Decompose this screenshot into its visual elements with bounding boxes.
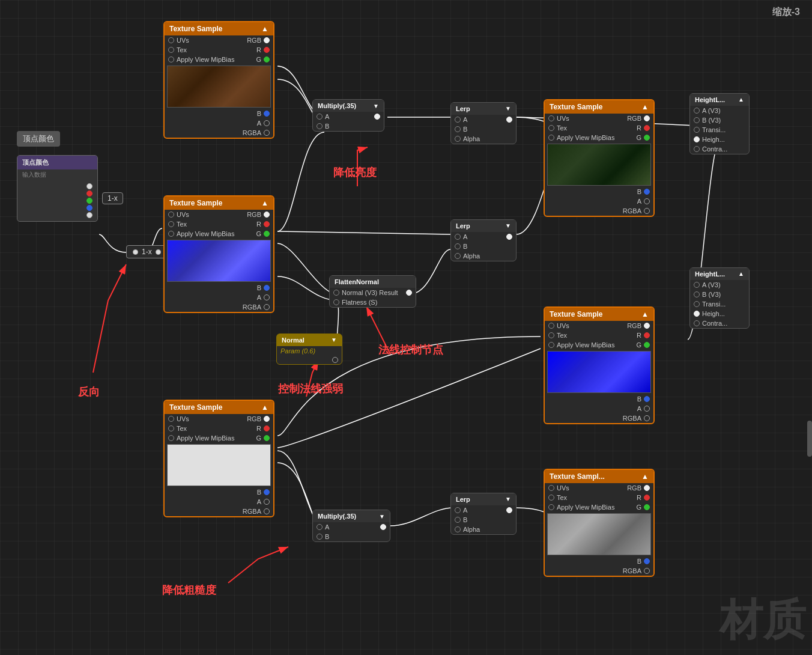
- height-l-mid-header: HeightL... ▲: [690, 268, 749, 280]
- ts-r3-header: Texture Sampl... ▲: [545, 470, 653, 483]
- ts-r3-body: UVs RGB Tex R Apply View MipBias G B RGB…: [545, 483, 653, 576]
- pin-white: [86, 183, 92, 189]
- lerp-mid-body: A B Alpha: [451, 232, 516, 261]
- lerp-bot-node: Lerp ▼ A B Alpha: [450, 493, 517, 535]
- ts-r1-header: Texture Sample ▲: [545, 100, 653, 114]
- pin-in: [133, 249, 138, 255]
- lerp-top-node: Lerp ▼ A B Alpha: [450, 102, 517, 144]
- texture-sample-r3: Texture Sampl... ▲ UVs RGB Tex R Apply V…: [544, 469, 655, 577]
- texture-sample-bot: Texture Sample ▲ UVs RGB Tex R Apply Vie…: [163, 400, 274, 517]
- pin-green: [86, 198, 92, 204]
- annotation-roughness: 降低粗糙度: [162, 583, 216, 597]
- vertex-color-subtext: 输入数据: [17, 169, 97, 180]
- ts-r2-header: Texture Sample ▲: [545, 308, 653, 321]
- vertex-color-node: 顶点颜色 输入数据: [17, 155, 98, 222]
- annotation-reverse: 反向: [78, 385, 100, 399]
- ts-mid-header: Texture Sample ▲: [165, 196, 273, 210]
- ts-top-header: Texture Sample ▲: [165, 22, 273, 35]
- pin-out: [156, 249, 161, 255]
- texture-sample-r2: Texture Sample ▲ UVs RGB Tex R Apply Vie…: [544, 306, 655, 424]
- flatten-body: Normal (V3) Result Flatness (S): [330, 288, 416, 307]
- texture-sample-top: Texture Sample ▲ UVs RGB Tex R Apply Vie…: [163, 21, 274, 139]
- one-x-node-mid: 1-x: [126, 245, 168, 258]
- lerp-top-body: A B Alpha: [451, 115, 516, 144]
- lerp-top-header: Lerp ▼: [451, 103, 516, 115]
- normal-body: Param (0.6): [277, 346, 342, 364]
- ts-bot-header: Texture Sample ▲: [165, 401, 273, 414]
- ts-r2-body: UVs RGB Tex R Apply View MipBias G B A R…: [545, 321, 653, 423]
- ts-top-body: UVs RGB Tex R Apply View MipBias G B A R…: [165, 35, 273, 138]
- pin-alpha: [86, 212, 92, 218]
- annotation-control-normal: 控制法线强弱: [278, 382, 343, 396]
- vertex-color-header: 顶点颜色: [17, 156, 97, 169]
- multiply-bot-body: A B: [313, 522, 390, 541]
- pin-blue: [86, 205, 92, 211]
- multiply-top-header: Multiply(.35) ▼: [313, 100, 384, 112]
- texture-sample-r1: Texture Sample ▲ UVs RGB Tex R Apply Vie…: [544, 99, 655, 217]
- ts-r1-body: UVs RGB Tex R Apply View MipBias G B A R…: [545, 114, 653, 216]
- annotation-normal-node: 法线控制节点: [378, 343, 443, 357]
- height-l-top-header: HeightL... ▲: [690, 94, 749, 106]
- zoom-indicator: 缩放-3: [772, 6, 800, 19]
- normal-node: Normal ▼ Param (0.6): [276, 334, 342, 365]
- height-l-mid-body: A (V3) B (V3) Transi... Heigh... Contra.…: [690, 280, 749, 328]
- multiply-top-body: A B: [313, 112, 384, 131]
- lerp-bot-header: Lerp ▼: [451, 493, 516, 505]
- height-l-top-body: A (V3) B (V3) Transi... Heigh... Contra.…: [690, 106, 749, 154]
- ts-bot-body: UVs RGB Tex R Apply View MipBias G B A R…: [165, 414, 273, 516]
- height-l-top-node: HeightL... ▲ A (V3) B (V3) Transi... Hei…: [689, 93, 750, 154]
- pin-red: [86, 190, 92, 196]
- annotation-brightness: 降低亮度: [333, 165, 377, 180]
- lerp-bot-body: A B Alpha: [451, 505, 516, 534]
- normal-header: Normal ▼: [277, 334, 342, 346]
- lerp-mid-node: Lerp ▼ A B Alpha: [450, 219, 517, 261]
- texture-sample-mid: Texture Sample ▲ UVs RGB Tex R Apply Vie…: [163, 195, 274, 313]
- lerp-mid-header: Lerp ▼: [451, 220, 516, 232]
- height-l-mid-node: HeightL... ▲ A (V3) B (V3) Transi... Hei…: [689, 267, 750, 329]
- ts-mid-body: UVs RGB Tex R Apply View MipBias G B A R…: [165, 210, 273, 312]
- vertex-color-btn[interactable]: 顶点颜色: [17, 131, 60, 147]
- flatten-normal-node: FlattenNormal Normal (V3) Result Flatnes…: [329, 275, 416, 308]
- flatten-header: FlattenNormal: [330, 276, 416, 288]
- watermark: 材质: [720, 591, 806, 649]
- scrollbar[interactable]: [807, 421, 812, 457]
- multiply-bot-header: Multiply(.35) ▼: [313, 510, 390, 522]
- multiply-bot-node: Multiply(.35) ▼ A B: [312, 510, 390, 542]
- multiply-top-node: Multiply(.35) ▼ A B: [312, 99, 384, 132]
- one-x-node-top: 1-x: [102, 192, 123, 204]
